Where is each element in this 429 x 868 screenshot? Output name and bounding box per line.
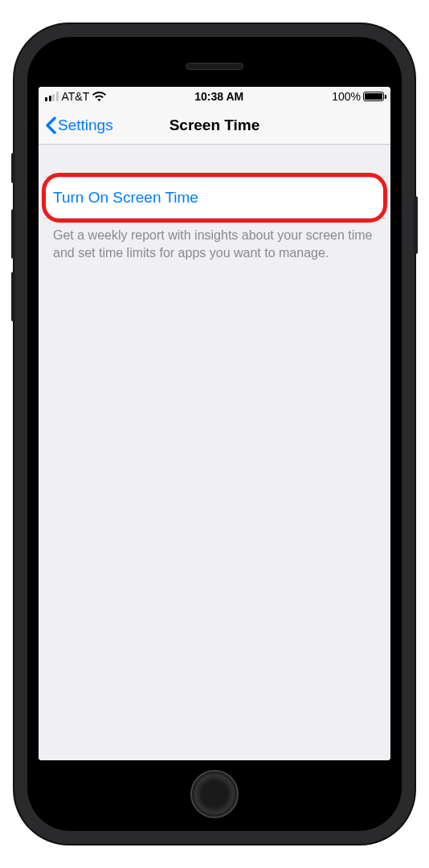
page-title: Screen Time [170,117,260,134]
turn-on-screen-time-label: Turn On Screen Time [53,189,198,206]
back-button[interactable]: Settings [45,117,113,134]
section-footer-text: Get a weekly report with insights about … [39,219,390,269]
phone-speaker [186,63,243,70]
wifi-icon [92,92,106,101]
phone-frame: AT&T 10:38 AM 100% [14,24,415,844]
power-button [414,196,418,254]
back-label: Settings [58,117,113,134]
status-left: AT&T [45,90,106,103]
status-time: 10:38 AM [194,90,243,103]
home-button[interactable] [190,770,239,818]
navigation-bar: Settings Screen Time [39,106,390,145]
content-area: Turn On Screen Time Get a weekly report … [39,145,390,760]
volume-down-button [11,272,15,321]
turn-on-screen-time-button[interactable]: Turn On Screen Time [43,177,386,219]
mute-switch [11,153,15,183]
carrier-label: AT&T [62,90,90,103]
screen: AT&T 10:38 AM 100% [39,87,390,760]
status-right: 100% [332,90,384,103]
status-bar: AT&T 10:38 AM 100% [39,87,390,106]
volume-up-button [11,209,15,259]
signal-bars-icon [45,92,59,101]
battery-percent-label: 100% [332,90,361,103]
chevron-left-icon [45,117,56,134]
battery-icon [363,92,384,101]
